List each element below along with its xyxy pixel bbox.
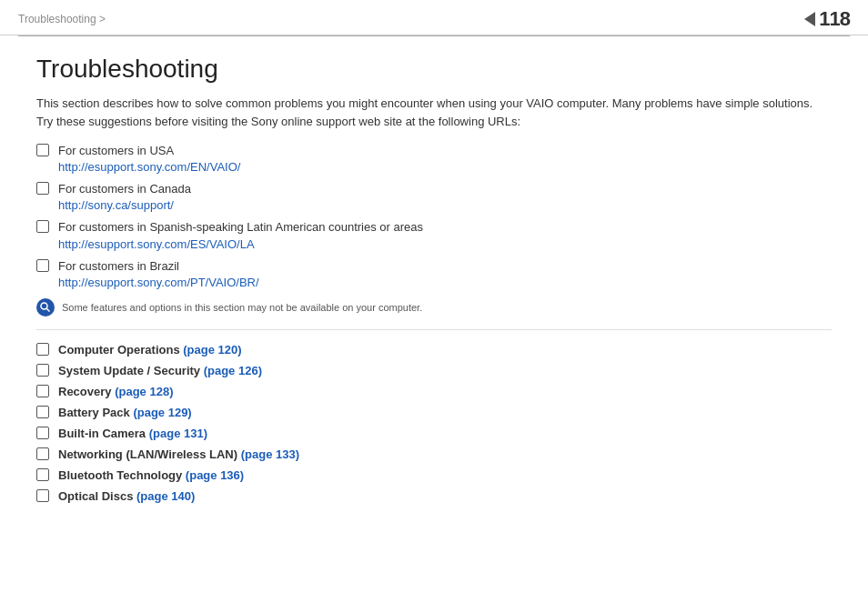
nav-item-page-link[interactable]: (page 128): [115, 385, 173, 398]
nav-item-page-link[interactable]: (page 133): [241, 447, 299, 461]
nav-item-page-link[interactable]: (page 120): [183, 343, 241, 357]
url-item-label: For customers in Spanish-speaking Latin …: [58, 219, 423, 236]
navigation-list: Computer Operations (page 120)System Upd…: [36, 343, 832, 503]
url-item-link[interactable]: http://esupport.sony.com/EN/VAIO/: [58, 160, 240, 174]
main-content: Troubleshooting This section describes h…: [0, 36, 868, 528]
url-item-label: For customers in Canada: [58, 181, 191, 197]
page-header: Troubleshooting > 118: [0, 0, 868, 35]
url-item-link[interactable]: http://esupport.sony.com/ES/VAIO/LA: [58, 237, 423, 251]
url-item-content: For customers in Canadahttp://sony.ca/su…: [58, 181, 191, 212]
section-divider: [36, 329, 832, 330]
url-list: For customers in USAhttp://esupport.sony…: [36, 143, 832, 289]
bullet-icon: [36, 489, 49, 502]
nav-item-page-link[interactable]: (page 131): [149, 427, 207, 440]
bullet-icon: [36, 182, 49, 195]
nav-item-label: System Update / Security (page 126): [58, 364, 262, 377]
page-number: 118: [819, 7, 850, 31]
url-item-label: For customers in Brazil: [58, 258, 259, 275]
nav-list-item: Networking (LAN/Wireless LAN) (page 133): [36, 447, 832, 461]
url-item-content: For customers in Brazilhttp://esupport.s…: [58, 258, 259, 289]
url-list-item: For customers in Spanish-speaking Latin …: [36, 219, 832, 250]
bullet-icon: [36, 406, 49, 418]
note-icon: [36, 298, 55, 317]
page-number-container: 118: [804, 7, 850, 31]
arrow-left-icon: [804, 12, 815, 26]
nav-item-label: Networking (LAN/Wireless LAN) (page 133): [58, 447, 299, 461]
page-title: Troubleshooting: [36, 55, 832, 84]
bullet-icon: [36, 447, 49, 460]
nav-list-item: Optical Discs (page 140): [36, 489, 832, 503]
bullet-icon: [36, 259, 49, 272]
nav-list-item: Battery Pack (page 129): [36, 406, 832, 419]
url-item-link[interactable]: http://esupport.sony.com/PT/VAIO/BR/: [58, 276, 259, 289]
nav-list-item: System Update / Security (page 126): [36, 364, 832, 377]
nav-item-page-link[interactable]: (page 126): [204, 364, 262, 377]
search-icon: [40, 302, 51, 313]
bullet-icon: [36, 364, 49, 377]
svg-point-0: [41, 303, 47, 309]
url-list-item: For customers in USAhttp://esupport.sony…: [36, 143, 832, 174]
nav-list-item: Built-in Camera (page 131): [36, 427, 832, 440]
url-list-item: For customers in Brazilhttp://esupport.s…: [36, 258, 832, 289]
bullet-icon: [36, 144, 49, 156]
url-item-link[interactable]: http://sony.ca/support/: [58, 198, 191, 212]
intro-text: This section describes how to solve comm…: [36, 95, 832, 130]
nav-item-page-link[interactable]: (page 136): [186, 468, 244, 482]
note-section: Some features and options in this sectio…: [36, 298, 832, 317]
url-item-content: For customers in Spanish-speaking Latin …: [58, 219, 423, 250]
note-text: Some features and options in this sectio…: [62, 298, 422, 316]
nav-list-item: Recovery (page 128): [36, 385, 832, 398]
bullet-icon: [36, 468, 49, 481]
nav-list-item: Computer Operations (page 120): [36, 343, 832, 357]
nav-item-label: Computer Operations (page 120): [58, 343, 242, 357]
bullet-icon: [36, 220, 49, 233]
breadcrumb: Troubleshooting >: [18, 13, 106, 25]
nav-item-label: Built-in Camera (page 131): [58, 427, 207, 440]
nav-item-label: Recovery (page 128): [58, 385, 173, 398]
nav-list-item: Bluetooth Technology (page 136): [36, 468, 832, 482]
nav-item-page-link[interactable]: (page 140): [136, 489, 195, 503]
nav-item-page-link[interactable]: (page 129): [133, 406, 191, 419]
bullet-icon: [36, 343, 49, 356]
url-list-item: For customers in Canadahttp://sony.ca/su…: [36, 181, 832, 212]
bullet-icon: [36, 427, 49, 439]
nav-item-label: Optical Discs (page 140): [58, 489, 195, 503]
nav-item-label: Battery Pack (page 129): [58, 406, 192, 419]
nav-item-label: Bluetooth Technology (page 136): [58, 468, 244, 482]
svg-line-1: [46, 308, 50, 312]
bullet-icon: [36, 385, 49, 397]
url-item-label: For customers in USA: [58, 143, 240, 159]
url-item-content: For customers in USAhttp://esupport.sony…: [58, 143, 240, 174]
